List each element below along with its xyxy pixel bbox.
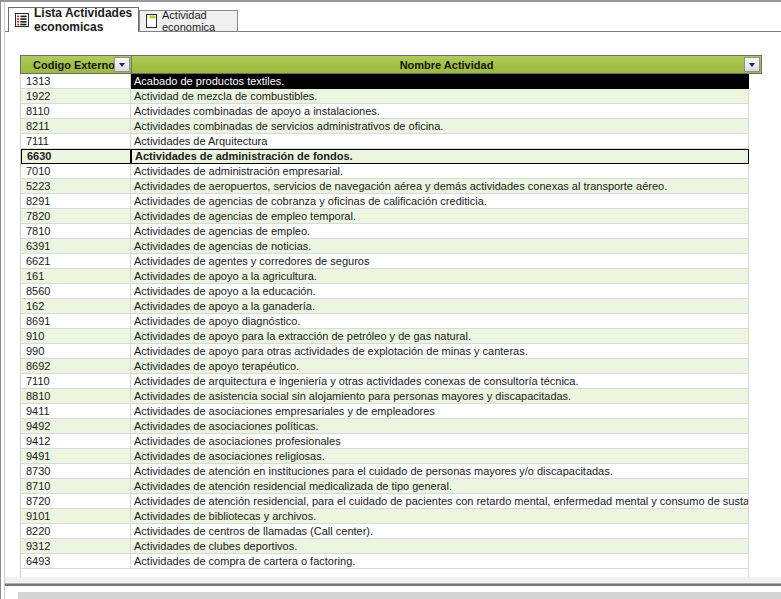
table-row: 8720 Actividades de atención residencial… <box>21 494 749 509</box>
cell-code[interactable]: 1313 <box>21 74 131 89</box>
cell-name[interactable]: Actividades de apoyo a la agricultura. <box>131 269 749 284</box>
cell-name[interactable]: Actividades de compra de cartera o facto… <box>131 554 749 569</box>
cell-name[interactable]: Actividad de mezcla de combustibles. <box>131 89 749 104</box>
new-record-row[interactable] <box>21 569 749 577</box>
cell-name[interactable]: Actividades de atención en instituciones… <box>131 464 749 479</box>
cell-code[interactable]: 161 <box>21 269 131 284</box>
tab-lista-actividades-economicas[interactable]: Lista Actividades economicas <box>8 7 139 32</box>
cell-code[interactable]: 6391 <box>21 239 131 254</box>
cell-name[interactable]: Actividades de asistencia social sin alo… <box>131 389 749 404</box>
cell-code[interactable]: 8220 <box>21 524 131 539</box>
cell-code[interactable]: 8720 <box>21 494 131 509</box>
cell-code[interactable]: 6630 <box>21 149 131 164</box>
table-row: 8691 Actividades de apoyo diagnóstico. <box>21 314 749 329</box>
cell-code[interactable]: 9491 <box>21 449 131 464</box>
window-left-border-inner <box>4 2 5 599</box>
cell-code[interactable]: 8810 <box>21 389 131 404</box>
cell-name[interactable]: Actividades de atención residencial medi… <box>131 479 749 494</box>
cell-name[interactable]: Actividades de administración empresaria… <box>131 164 749 179</box>
cell-code[interactable]: 8692 <box>21 359 131 374</box>
cell-code[interactable]: 8691 <box>21 314 131 329</box>
cell-name[interactable]: Acabado de productos textiles. <box>131 74 749 89</box>
table-row: 8291 Actividades de agencias de cobranza… <box>21 194 749 209</box>
cell-name[interactable]: Actividades de bibliotecas y archivos. <box>131 509 749 524</box>
table-row: 9412 Actividades de asociaciones profesi… <box>21 434 749 449</box>
table-row: 8710 Actividades de atención residencial… <box>21 479 749 494</box>
cell-name[interactable]: Actividades de arquitectura e ingeniería… <box>131 374 749 389</box>
cell-name[interactable]: Actividades de aeropuertos, servicios de… <box>131 179 749 194</box>
cell-code[interactable]: 8560 <box>21 284 131 299</box>
filter-dropdown-button[interactable] <box>114 57 130 72</box>
cell-name[interactable]: Actividades de asociaciones profesionale… <box>131 434 749 449</box>
table-row: 161 Actividades de apoyo a la agricultur… <box>21 269 749 284</box>
cell-name[interactable]: Actividades de asociaciones políticas. <box>131 419 749 434</box>
column-header-label: Codigo Externo <box>33 59 115 71</box>
cell-name[interactable]: Actividades de apoyo para la extracción … <box>131 329 749 344</box>
cell-code[interactable]: 9492 <box>21 419 131 434</box>
table-row: 8560 Actividades de apoyo a la educación… <box>21 284 749 299</box>
chevron-down-icon <box>119 63 125 67</box>
cell-name[interactable]: Actividades de asociaciones religiosas. <box>131 449 749 464</box>
cell-name[interactable]: Actividades de centros de llamadas (Call… <box>131 524 749 539</box>
column-header-codigo-externo[interactable]: Codigo Externo <box>21 56 132 73</box>
cell-code[interactable]: 990 <box>21 344 131 359</box>
table-row: 9411 Actividades de asociaciones empresa… <box>21 404 749 419</box>
cell-code[interactable]: 6621 <box>21 254 131 269</box>
column-header-nombre-actividad[interactable]: Nombre Actividad <box>132 56 761 73</box>
cell-name[interactable]: Actividades de agentes y corredores de s… <box>131 254 749 269</box>
table-row: 8692 Actividades de apoyo terapéutico. <box>21 359 749 374</box>
cell-name[interactable]: Actividades de asociaciones empresariale… <box>131 404 749 419</box>
cell-name[interactable]: Actividades de agencias de noticias. <box>131 239 749 254</box>
horizontal-scrollbar[interactable] <box>18 592 781 599</box>
window-top-border <box>0 0 781 2</box>
cell-name[interactable]: Actividades de apoyo diagnóstico. <box>131 314 749 329</box>
cell-code[interactable]: 8211 <box>21 119 131 134</box>
cell-name[interactable]: Actividades combinadas de apoyo a instal… <box>131 104 749 119</box>
datasheet-bottom-edge <box>5 583 781 586</box>
cell-code[interactable]: 9412 <box>21 434 131 449</box>
cell-code[interactable]: 8291 <box>21 194 131 209</box>
cell-code[interactable]: 8730 <box>21 464 131 479</box>
cell-code[interactable]: 7111 <box>21 134 131 149</box>
table-row: 1922 Actividad de mezcla de combustibles… <box>21 89 749 104</box>
table-row: 990 Actividades de apoyo para otras acti… <box>21 344 749 359</box>
table-row: 9492 Actividades de asociaciones polític… <box>21 419 749 434</box>
cell-name[interactable]: Actividades de clubes deportivos. <box>131 539 749 554</box>
cell-code[interactable]: 162 <box>21 299 131 314</box>
cell-name[interactable]: Actividades de apoyo terapéutico. <box>131 359 749 374</box>
datasheet-header: Codigo Externo Nombre Actividad <box>20 55 762 74</box>
table-row: 9101 Actividades de bibliotecas y archiv… <box>21 509 749 524</box>
table-row: 7111 Actividades de Arquitectura <box>21 134 749 149</box>
cell-code[interactable]: 9411 <box>21 404 131 419</box>
cell-code[interactable]: 8710 <box>21 479 131 494</box>
cell-code[interactable]: 1922 <box>21 89 131 104</box>
cell-code[interactable]: 7820 <box>21 209 131 224</box>
cell-code[interactable]: 7110 <box>21 374 131 389</box>
cell-name[interactable]: Actividades de administración de fondos. <box>131 149 749 164</box>
tab-label: Lista Actividades economicas <box>34 6 138 34</box>
cell-name[interactable]: Actividades de apoyo para otras activida… <box>131 344 749 359</box>
cell-code[interactable]: 910 <box>21 329 131 344</box>
table-row: 5223 Actividades de aeropuertos, servici… <box>21 179 749 194</box>
filter-dropdown-button[interactable] <box>744 57 760 72</box>
table-row: 162 Actividades de apoyo a la ganadería. <box>21 299 749 314</box>
cell-code[interactable]: 6493 <box>21 554 131 569</box>
cell-name[interactable]: Actividades de agencias de empleo. <box>131 224 749 239</box>
cell-name[interactable]: Actividades de agencias de cobranza y of… <box>131 194 749 209</box>
cell-code[interactable]: 9101 <box>21 509 131 524</box>
cell-name[interactable]: Actividades de agencias de empleo tempor… <box>131 209 749 224</box>
cell-name[interactable]: Actividades combinadas de servicios admi… <box>131 119 749 134</box>
cell-name[interactable]: Actividades de atención residencial, par… <box>131 494 749 509</box>
column-header-label: Nombre Actividad <box>400 59 494 71</box>
cell-code[interactable]: 8110 <box>21 104 131 119</box>
table-row: 910 Actividades de apoyo para la extracc… <box>21 329 749 344</box>
cell-code[interactable]: 7010 <box>21 164 131 179</box>
cell-name[interactable]: Actividades de apoyo a la educación. <box>131 284 749 299</box>
tab-actividad-economica[interactable]: Actividad economica <box>139 10 238 31</box>
cell-code[interactable]: 7810 <box>21 224 131 239</box>
cell-code[interactable]: 9312 <box>21 539 131 554</box>
table-row: 6391 Actividades de agencias de noticias… <box>21 239 749 254</box>
cell-name[interactable]: Actividades de Arquitectura <box>131 134 749 149</box>
cell-name[interactable]: Actividades de apoyo a la ganadería. <box>131 299 749 314</box>
cell-code[interactable]: 5223 <box>21 179 131 194</box>
